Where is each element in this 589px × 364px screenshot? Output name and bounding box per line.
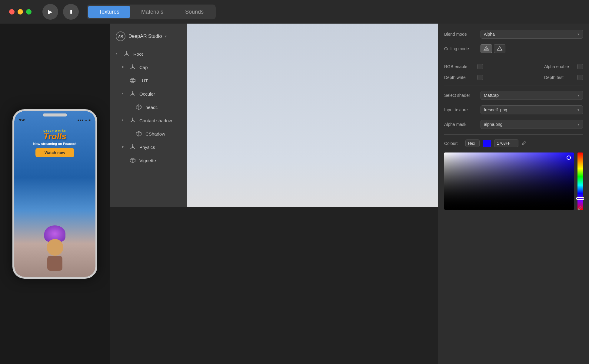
node-icon-physics [129, 143, 136, 151]
main-tab-group: Textures Materials Sounds [87, 5, 216, 19]
minimize-button[interactable] [18, 9, 23, 15]
input-texture-row: Input texture fresnel1.png texture1.png … [444, 105, 583, 114]
node-icon-occuler [129, 90, 136, 97]
expand-icon-root: ▾ [116, 52, 120, 56]
blend-mode-select-wrapper[interactable]: Alpha Additive Multiply Opaque [481, 30, 583, 39]
tree-item-occuler-label: Occuler [139, 91, 155, 97]
node-icon-cap [129, 64, 136, 71]
pause-button[interactable]: ⏸ [63, 4, 79, 20]
depth-write-label: Depth write [444, 75, 474, 80]
node-icon-contact-shadow [129, 117, 136, 124]
tab-sounds[interactable]: Sounds [174, 6, 215, 18]
colour-hex-input[interactable] [494, 139, 518, 147]
close-button[interactable] [9, 9, 15, 15]
tree-item-vignette-label: Vignette [139, 158, 156, 163]
input-texture-select[interactable]: fresnel1.png texture1.png texture2.png [481, 105, 583, 114]
svg-point-3 [126, 53, 127, 54]
troll-character [44, 225, 65, 271]
select-shader-select[interactable]: MatCap Standard Unlit PBR [481, 91, 583, 100]
expand-icon-contact-shadow: ▾ [122, 118, 126, 123]
depth-row: Depth write Depth test [444, 75, 583, 80]
tree-item-physics-label: Physics [139, 145, 155, 150]
color-hue-slider[interactable] [577, 152, 583, 210]
expand-icon-physics: ▶ [122, 145, 126, 149]
select-shader-label: Select shader [444, 93, 478, 98]
depth-test-label: Depth test [544, 75, 574, 80]
hue-slider-handle[interactable] [576, 197, 584, 200]
tree-item-contact-shadow[interactable]: ▾ Contact shadow [110, 114, 187, 127]
alpha-mask-row: Alpha mask alpha.png none custom.png [444, 120, 583, 129]
play-button[interactable]: ▶ [42, 4, 58, 20]
colour-mode-select[interactable]: Hex RGB HSL [465, 139, 480, 147]
tree-item-cap[interactable]: ▶ Cap [110, 61, 187, 74]
rgb-alpha-row: RGB enable Alpha enable [444, 64, 583, 69]
tree-item-lut-label: LUT [139, 78, 148, 83]
svg-marker-53 [497, 47, 502, 50]
tree-item-vignette[interactable]: ▶ Vignette [110, 154, 187, 167]
eyedropper-button[interactable]: 🖊 [521, 141, 526, 146]
tree-item-head1-label: head1 [145, 105, 158, 110]
culling-mode-label: Culling mode [444, 46, 478, 51]
phone-ad-content: DreamWorks Trolls Now streaming on Peaco… [14, 126, 95, 163]
svg-marker-54 [497, 47, 502, 50]
culling-buttons-group [481, 44, 505, 53]
tree-item-cap-label: Cap [139, 65, 148, 70]
maximize-button[interactable] [26, 9, 32, 15]
play-icon: ▶ [48, 8, 52, 15]
divider-2 [444, 86, 583, 86]
chevron-down-icon[interactable]: ▾ [165, 34, 167, 38]
color-gradient-picker[interactable] [444, 152, 574, 210]
rgb-enable-group: RGB enable [444, 64, 483, 69]
depth-test-group: Depth test [544, 75, 583, 80]
culling-front-button[interactable] [481, 44, 492, 53]
alpha-mask-wrapper[interactable]: alpha.png none custom.png [481, 120, 583, 129]
eyedropper-bottom-button[interactable]: 🖊 [577, 205, 583, 212]
tree-item-cshadow[interactable]: ▶ CShadow [110, 127, 187, 140]
tree-item-root-label: Root [133, 51, 143, 57]
tree-item-lut[interactable]: ▶ LUT [110, 74, 187, 87]
alpha-mask-select[interactable]: alpha.png none custom.png [481, 120, 583, 129]
culling-back-icon [497, 46, 503, 51]
culling-back-button[interactable] [494, 44, 505, 53]
svg-point-7 [132, 67, 133, 68]
expand-icon-occuler: ▾ [122, 92, 126, 96]
culling-mode-row: Culling mode [444, 44, 583, 53]
culling-front-icon [483, 46, 489, 51]
tree-item-cshadow-label: CShadow [145, 131, 165, 136]
phone-screen: 9:41 ●●● ▲ ■ DreamWorks Trolls Now strea… [14, 111, 95, 277]
tab-materials[interactable]: Materials [130, 6, 174, 18]
alpha-enable-label: Alpha enable [544, 64, 574, 69]
alpha-enable-group: Alpha enable [544, 64, 583, 69]
tab-textures[interactable]: Textures [88, 6, 130, 18]
depth-test-checkbox[interactable] [577, 75, 583, 80]
divider-1 [444, 59, 583, 59]
rgb-enable-checkbox[interactable] [478, 64, 483, 69]
tree-item-contact-shadow-label: Contact shadow [139, 118, 172, 123]
color-gradient-cursor[interactable] [567, 156, 571, 160]
movie-title: Trolls [17, 132, 92, 141]
input-texture-wrapper[interactable]: fresnel1.png texture1.png texture2.png [481, 105, 583, 114]
watch-button[interactable]: Watch now [35, 148, 74, 157]
streaming-text: Now streaming on Peacock [17, 142, 92, 146]
color-picker-area[interactable]: 🖊 [444, 152, 583, 210]
ar-badge: AR [116, 31, 125, 41]
phone-notch [43, 113, 67, 116]
tree-item-root[interactable]: ▾ Root [110, 47, 187, 61]
blend-mode-label: Blend mode [444, 32, 478, 37]
traffic-lights [9, 9, 32, 15]
select-shader-wrapper[interactable]: MatCap Standard Unlit PBR [481, 91, 583, 100]
phone-time: 9:41 [19, 118, 26, 122]
pause-icon: ⏸ [68, 9, 74, 15]
tree-item-occuler[interactable]: ▾ Occuler [110, 87, 187, 100]
rgb-enable-label: RGB enable [444, 64, 474, 69]
alpha-mask-label: Alpha mask [444, 122, 478, 127]
node-icon-head1 [135, 103, 142, 111]
tree-item-head1[interactable]: ▶ head1 [110, 100, 187, 114]
select-shader-row: Select shader MatCap Standard Unlit PBR [444, 91, 583, 100]
blend-mode-select[interactable]: Alpha Additive Multiply Opaque [481, 30, 583, 39]
tree-item-physics[interactable]: ▶ Physics [110, 140, 187, 154]
depth-write-checkbox[interactable] [478, 75, 483, 80]
phone-preview-area: 9:41 ●●● ▲ ■ DreamWorks Trolls Now strea… [0, 24, 110, 364]
colour-swatch[interactable] [483, 140, 491, 147]
alpha-enable-checkbox[interactable] [577, 64, 583, 69]
